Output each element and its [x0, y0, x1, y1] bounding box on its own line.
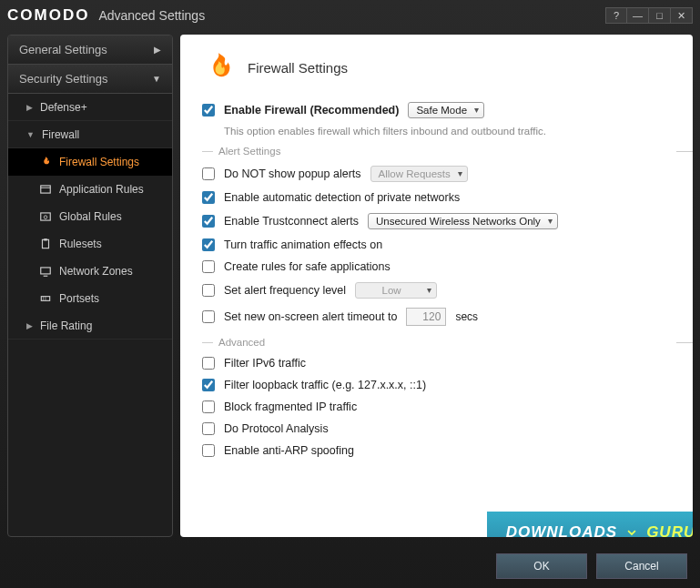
content-pane: Firewall Settings Enable Firewall (Recom… [180, 35, 693, 537]
sidebar-item-firewall[interactable]: ▼ Firewall [8, 121, 172, 148]
no-popup-label: Do NOT show popup alerts [224, 167, 361, 180]
svg-rect-2 [41, 213, 51, 220]
port-icon [39, 292, 52, 305]
help-button[interactable]: ? [605, 7, 627, 24]
row-fragmented: Block fragmented IP traffic [202, 399, 671, 415]
window-title: Advanced Settings [98, 8, 205, 23]
ipv6-checkbox[interactable] [202, 357, 215, 370]
trustconnect-checkbox[interactable] [202, 215, 215, 228]
titlebar: COMODO Advanced Settings ? — □ ✕ [0, 0, 700, 31]
row-safe-rules: Create rules for safe applications [202, 259, 671, 275]
fragmented-label: Block fragmented IP traffic [224, 400, 357, 413]
fire-icon [202, 51, 235, 84]
minimize-button[interactable]: — [627, 7, 649, 24]
alert-timeout-checkbox[interactable] [202, 310, 215, 323]
row-protocol: Do Protocol Analysis [202, 421, 671, 437]
sidebar-item-label: Firewall [42, 128, 79, 141]
svg-rect-4 [43, 239, 49, 248]
sidebar-sub-firewall-settings[interactable]: Firewall Settings [8, 148, 172, 176]
watermark-text-b: GURU [646, 523, 693, 537]
close-button[interactable]: ✕ [671, 7, 693, 24]
sidebar-sub-application-rules[interactable]: Application Rules [8, 176, 172, 203]
alert-timeout-unit: secs [455, 310, 478, 323]
alert-frequency-dropdown: Low [355, 282, 437, 299]
sidebar-item-file-rating[interactable]: ▶ File Rating [8, 312, 172, 340]
page-title: Firewall Settings [248, 60, 348, 76]
chevron-right-icon: ▶ [154, 45, 161, 55]
chevron-down-icon: ▼ [152, 74, 161, 84]
sidebar-general-settings[interactable]: General Settings ▶ [8, 35, 172, 65]
row-alert-frequency: Set alert frequency level Low [202, 280, 671, 300]
window-icon [39, 183, 52, 196]
svg-rect-0 [41, 186, 51, 193]
antiarp-checkbox[interactable] [202, 444, 215, 457]
alert-timeout-input [406, 308, 446, 326]
monitor-icon [39, 265, 52, 278]
sidebar: General Settings ▶ Security Settings ▼ ▶… [7, 35, 173, 537]
loopback-label: Filter loopback traffic (e.g. 127.x.x.x,… [224, 379, 426, 391]
watermark: DOWNLOADS GURU [487, 512, 693, 537]
protocol-checkbox[interactable] [202, 422, 215, 435]
clipboard-icon [39, 238, 52, 250]
alert-frequency-checkbox[interactable] [202, 284, 215, 297]
maximize-button[interactable]: □ [649, 7, 671, 24]
svg-rect-6 [41, 268, 51, 274]
trustconnect-label: Enable Trustconnect alerts [224, 215, 359, 228]
sidebar-item-label: Application Rules [59, 183, 144, 196]
sidebar-security-settings[interactable]: Security Settings ▼ [8, 65, 172, 94]
loopback-checkbox[interactable] [202, 379, 215, 391]
alert-frequency-label: Set alert frequency level [224, 284, 346, 297]
row-antiarp: Enable anti-ARP spoofing [202, 442, 671, 459]
sidebar-item-label: File Rating [40, 319, 92, 332]
sidebar-item-label: Firewall Settings [59, 156, 139, 168]
ipv6-label: Filter IPv6 traffic [224, 357, 306, 370]
fragmented-checkbox[interactable] [202, 400, 215, 413]
footer: OK Cancel [0, 544, 700, 588]
trustconnect-dropdown[interactable]: Unsecured Wireless Networks Only [368, 213, 558, 229]
alert-timeout-label: Set new on-screen alert timeout to [224, 310, 397, 323]
alert-settings-section: Alert Settings [218, 146, 671, 157]
safe-rules-checkbox[interactable] [202, 260, 215, 273]
animation-label: Turn traffic animation effects on [224, 238, 382, 251]
watermark-text-a: DOWNLOADS [506, 523, 617, 537]
cancel-button[interactable]: Cancel [596, 553, 687, 579]
sidebar-general-label: General Settings [19, 43, 107, 56]
sidebar-sub-rulesets[interactable]: Rulesets [8, 230, 172, 258]
auto-private-checkbox[interactable] [202, 191, 215, 204]
sidebar-sub-network-zones[interactable]: Network Zones [8, 258, 172, 285]
row-loopback: Filter loopback traffic (e.g. 127.x.x.x,… [202, 377, 671, 393]
sidebar-item-label: Defense+ [40, 101, 87, 114]
app-window: COMODO Advanced Settings ? — □ ✕ General… [0, 0, 700, 588]
ok-button[interactable]: OK [496, 553, 587, 579]
enable-firewall-desc: This option enables firewall which filte… [224, 126, 671, 137]
enable-firewall-label: Enable Firewall (Recommended) [224, 104, 399, 117]
sidebar-sub-portsets[interactable]: Portsets [8, 285, 172, 312]
animation-checkbox[interactable] [202, 238, 215, 251]
globe-icon [39, 210, 52, 223]
firewall-mode-dropdown[interactable]: Safe Mode [408, 102, 484, 118]
sidebar-sub-global-rules[interactable]: Global Rules [8, 203, 172, 230]
no-popup-checkbox[interactable] [202, 167, 215, 180]
sidebar-item-label: Global Rules [59, 210, 122, 223]
antiarp-label: Enable anti-ARP spoofing [224, 444, 354, 457]
row-alert-timeout: Set new on-screen alert timeout to secs [202, 306, 671, 328]
auto-private-label: Enable automatic detection of private ne… [224, 191, 460, 204]
row-animation: Turn traffic animation effects on [202, 237, 671, 253]
svg-point-3 [44, 216, 47, 219]
svg-rect-5 [44, 238, 47, 240]
sidebar-security-label: Security Settings [19, 72, 108, 86]
row-ipv6: Filter IPv6 traffic [202, 355, 671, 371]
enable-firewall-checkbox[interactable] [202, 104, 215, 117]
safe-rules-label: Create rules for safe applications [224, 260, 391, 273]
sidebar-item-defense[interactable]: ▶ Defense+ [8, 94, 172, 121]
fire-icon [39, 156, 52, 168]
brand-logo: COMODO [7, 6, 89, 25]
page-header: Firewall Settings [202, 51, 671, 84]
sidebar-item-label: Portsets [59, 292, 99, 305]
window-controls: ? — □ ✕ [605, 7, 693, 24]
row-auto-private: Enable automatic detection of private ne… [202, 189, 671, 206]
sidebar-item-label: Network Zones [59, 265, 133, 278]
row-trustconnect: Enable Trustconnect alerts Unsecured Wir… [202, 211, 671, 231]
row-no-popup: Do NOT show popup alerts Allow Requests [202, 164, 671, 184]
chevron-right-icon: ▶ [26, 321, 33, 330]
